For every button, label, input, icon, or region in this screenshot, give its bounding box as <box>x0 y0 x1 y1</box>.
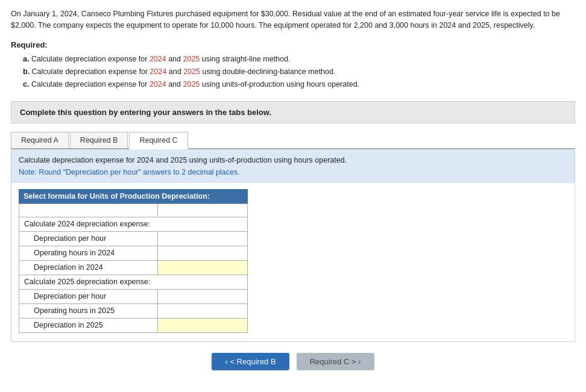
prev-button[interactable]: ‹ < Required B <box>212 353 289 370</box>
required-item-c: c. Calculate depreciation expense for 20… <box>23 78 575 91</box>
tab-required-b[interactable]: Required B <box>70 132 128 148</box>
field-2025-op-hours[interactable] <box>160 306 245 315</box>
label-2025-dep-per-hour: Depreciation per hour <box>19 289 158 303</box>
input-2025-dep-per-hour[interactable] <box>157 289 247 303</box>
tab-description-text: Calculate depreciation expense for 2024 … <box>19 156 347 164</box>
tab-required-a[interactable]: Required A <box>11 132 69 148</box>
row-2025-dep-total: Depreciation in 2025 <box>19 318 248 332</box>
row-2024-dep-total: Depreciation in 2024 <box>19 260 248 275</box>
section-2024-header-row: Calculate 2024 depreciation expense: <box>19 217 248 231</box>
label-2024-dep-total: Depreciation in 2024 <box>19 260 158 275</box>
complete-box-text: Complete this question by entering your … <box>20 108 566 117</box>
row-2024-op-hours: Operating hours in 2024 <box>19 246 248 260</box>
required-items: a. Calculate depreciation expense for 20… <box>23 53 575 92</box>
bottom-nav: ‹ < Required B Required C > › <box>11 353 575 370</box>
next-arrow-icon: › <box>358 357 361 366</box>
formula-table: Calculate 2024 depreciation expense: Dep… <box>19 204 248 333</box>
label-2024-op-hours: Operating hours in 2024 <box>19 246 158 260</box>
label-2024-dep-per-hour: Depreciation per hour <box>19 231 158 246</box>
formula-section: Select formula for Units of Production D… <box>11 183 575 341</box>
input-2024-op-hours[interactable] <box>157 246 247 260</box>
field-2024-dep-per-hour[interactable] <box>160 234 245 243</box>
field-2024-op-hours[interactable] <box>160 249 245 257</box>
input-2025-op-hours[interactable] <box>157 303 247 318</box>
next-button[interactable]: Required C > › <box>297 353 374 370</box>
formula-empty-row <box>19 204 248 217</box>
row-2025-op-hours: Operating hours in 2025 <box>19 303 248 318</box>
field-2025-dep-total[interactable] <box>160 321 245 329</box>
letter-b: b. <box>23 67 30 76</box>
complete-box: Complete this question by entering your … <box>11 101 575 123</box>
formula-header: Select formula for Units of Production D… <box>19 189 248 204</box>
field-2025-dep-per-hour[interactable] <box>160 292 245 300</box>
required-item-b: b. Calculate depreciation expense for 20… <box>23 66 575 78</box>
label-2025-op-hours: Operating hours in 2025 <box>19 303 158 318</box>
tab-required-c[interactable]: Required C <box>129 132 187 149</box>
tab-description: Calculate depreciation expense for 2024 … <box>11 149 575 183</box>
formula-label-empty <box>19 204 158 217</box>
input-2024-dep-total[interactable] <box>157 260 247 275</box>
section-2025-header-row: Calculate 2025 depreciation expense: <box>19 275 248 289</box>
prev-arrow-icon: ‹ <box>225 357 227 366</box>
field-2024-dep-total[interactable] <box>160 263 245 272</box>
next-label: Required C > <box>310 357 356 366</box>
tab-note: Note: Round "Depreciation per hour" answ… <box>19 168 240 176</box>
section-2024-header: Calculate 2024 depreciation expense: <box>19 217 248 231</box>
letter-c: c. <box>23 80 29 89</box>
intro-text: On January 1, 2024, Canseco Plumbing Fix… <box>11 8 575 32</box>
letter-a: a. <box>23 55 29 63</box>
row-2024-dep-per-hour: Depreciation per hour <box>19 231 248 246</box>
required-label: Required: <box>11 40 575 49</box>
tabs-row: Required A Required B Required C <box>11 132 575 149</box>
tab-content: Calculate depreciation expense for 2024 … <box>11 149 575 342</box>
input-2025-dep-total[interactable] <box>157 318 247 332</box>
row-2025-dep-per-hour: Depreciation per hour <box>19 289 248 303</box>
input-2024-dep-per-hour[interactable] <box>157 231 247 246</box>
prev-label: < Required B <box>230 357 276 366</box>
label-2025-dep-total: Depreciation in 2025 <box>19 318 158 332</box>
formula-input-empty <box>157 204 247 217</box>
section-2025-header: Calculate 2025 depreciation expense: <box>19 275 248 289</box>
required-item-a: a. Calculate depreciation expense for 20… <box>23 53 575 66</box>
